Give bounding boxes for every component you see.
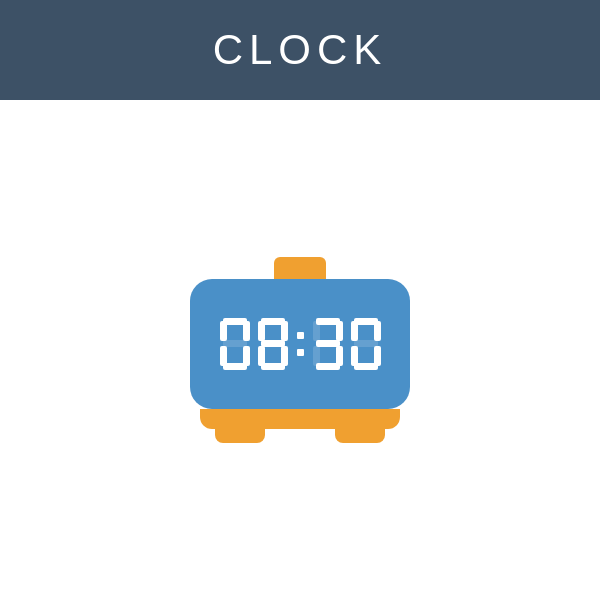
digit-3	[311, 316, 345, 372]
clock-foot-left	[215, 429, 265, 443]
colon-separator	[294, 318, 307, 370]
digit-0	[218, 316, 252, 372]
svg-rect-23	[374, 321, 381, 341]
main-content	[0, 100, 600, 600]
svg-rect-13	[261, 363, 285, 370]
digit-8	[256, 316, 290, 372]
clock-bottom-base	[200, 409, 400, 429]
svg-rect-27	[354, 363, 378, 370]
clock-feet	[215, 429, 385, 443]
svg-rect-22	[351, 321, 358, 341]
clock-foot-right	[335, 429, 385, 443]
page-title: CLOCK	[213, 26, 388, 74]
clock-body	[190, 279, 410, 409]
clock-illustration	[190, 257, 410, 443]
digit-0-second	[349, 316, 383, 372]
svg-rect-17	[316, 340, 340, 347]
svg-rect-2	[243, 321, 250, 341]
svg-rect-3	[223, 340, 247, 347]
colon-bottom-dot	[297, 349, 304, 356]
svg-rect-16	[336, 321, 343, 341]
svg-rect-15	[313, 321, 320, 341]
svg-rect-8	[258, 321, 265, 341]
colon-top-dot	[297, 332, 304, 339]
clock-top-knob	[274, 257, 326, 279]
svg-rect-6	[223, 363, 247, 370]
svg-rect-10	[261, 340, 285, 347]
svg-rect-9	[281, 321, 288, 341]
svg-rect-1	[220, 321, 227, 341]
svg-rect-24	[354, 340, 378, 347]
svg-rect-20	[316, 363, 340, 370]
clock-display	[218, 316, 383, 372]
page-header: CLOCK	[0, 0, 600, 100]
